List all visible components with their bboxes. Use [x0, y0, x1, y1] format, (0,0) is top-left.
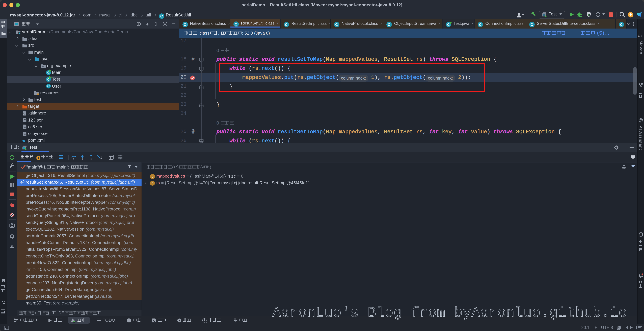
svg-text:C: C: [47, 84, 50, 88]
